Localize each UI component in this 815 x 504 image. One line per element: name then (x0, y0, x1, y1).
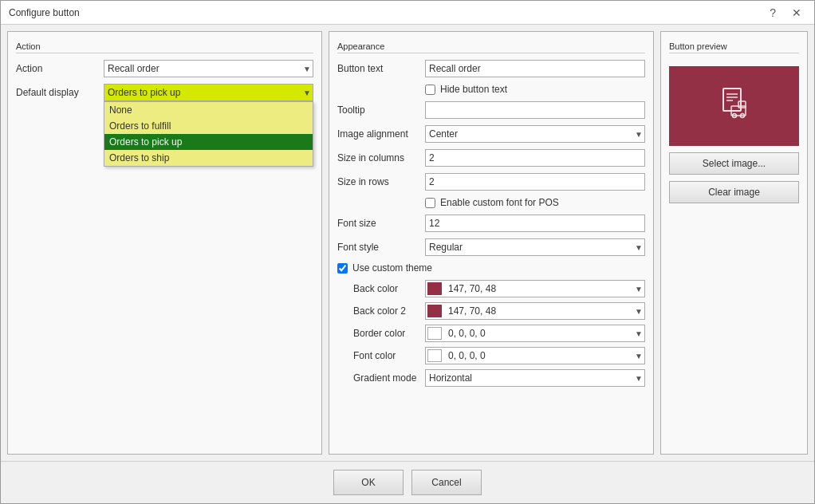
custom-font-label: Enable custom font for POS (440, 197, 559, 208)
button-text-label: Button text (337, 63, 425, 74)
font-style-select[interactable]: Regular Bold Italic Bold Italic (425, 238, 645, 256)
tooltip-row: Tooltip (337, 101, 645, 119)
button-preview-panel: Button preview (660, 31, 808, 455)
button-text-input[interactable] (425, 60, 645, 77)
clear-image-button[interactable]: Clear image (669, 181, 799, 203)
back-color2-select-wrapper: 147, 70, 48 ▼ (425, 302, 645, 320)
back-color2-label: Back color 2 (353, 305, 425, 317)
font-style-row: Font style Regular Bold Italic Bold Ital… (337, 238, 645, 256)
size-columns-row: Size in columns (337, 149, 645, 167)
ok-button[interactable]: OK (333, 470, 404, 495)
close-button[interactable]: ✕ (787, 5, 806, 21)
action-select-wrapper: Recall order ▼ (104, 60, 313, 77)
tooltip-input[interactable] (425, 101, 645, 119)
gradient-mode-row: Gradient mode Horizontal Vertical None ▼ (337, 369, 645, 387)
back-color-select-wrapper: 147, 70, 48 ▼ (425, 280, 645, 297)
action-select[interactable]: Recall order (104, 60, 313, 77)
help-button[interactable]: ? (765, 5, 781, 21)
font-style-select-wrapper: Regular Bold Italic Bold Italic ▼ (425, 238, 645, 256)
dialog-title: Configure button (9, 7, 80, 18)
action-label: Action (16, 63, 104, 74)
default-display-wrapper: Orders to pick up ▼ None Orders to fulfi… (104, 84, 313, 101)
back-color2-select[interactable]: 147, 70, 48 (425, 302, 645, 320)
action-row: Action Recall order ▼ (16, 60, 313, 77)
action-section-title: Action (16, 40, 313, 53)
border-color-select-wrapper: 0, 0, 0, 0 ▼ (425, 325, 645, 342)
dropdown-item-ship[interactable]: Orders to ship (104, 150, 313, 166)
hide-button-text-label: Hide button text (440, 84, 507, 95)
gradient-mode-label: Gradient mode (353, 372, 425, 384)
font-color-label: Font color (353, 350, 425, 361)
dialog-footer: OK Cancel (1, 461, 814, 503)
image-alignment-row: Image alignment Center Left Right ▼ (337, 125, 645, 143)
svg-rect-5 (738, 101, 746, 108)
size-columns-input[interactable] (425, 149, 645, 167)
default-display-row: Default display Orders to pick up ▼ None… (16, 84, 313, 101)
back-color-label: Back color (353, 283, 425, 294)
tooltip-label: Tooltip (337, 104, 425, 116)
back-color-row: Back color 147, 70, 48 ▼ (337, 280, 645, 297)
configure-button-dialog: Configure button ? ✕ Action Action Recal… (0, 0, 815, 504)
default-display-label: Default display (16, 87, 104, 98)
font-color-row: Font color 0, 0, 0, 0 ▼ (337, 347, 645, 364)
font-size-label: Font size (337, 218, 425, 229)
title-bar: Configure button ? ✕ (1, 1, 814, 25)
gradient-mode-select-wrapper: Horizontal Vertical None ▼ (425, 369, 645, 387)
font-size-input[interactable] (425, 215, 645, 232)
button-preview-box (669, 66, 799, 146)
dialog-content: Action Action Recall order ▼ Default dis… (1, 25, 814, 461)
select-image-button[interactable]: Select image... (669, 152, 799, 175)
button-text-row: Button text (337, 60, 645, 77)
font-color-select[interactable]: 0, 0, 0, 0 (425, 347, 645, 364)
border-color-label: Border color (353, 328, 425, 339)
preview-button-icon (715, 84, 754, 129)
preview-section-title: Button preview (669, 40, 799, 53)
order-truck-icon (715, 84, 754, 122)
image-alignment-select-wrapper: Center Left Right ▼ (425, 125, 645, 143)
appearance-section-title: Appearance (337, 40, 645, 53)
hide-button-text-row: Hide button text (337, 84, 645, 95)
dropdown-item-none[interactable]: None (104, 102, 313, 118)
size-rows-row: Size in rows (337, 173, 645, 191)
dropdown-item-pickup[interactable]: Orders to pick up (104, 134, 313, 150)
size-rows-input[interactable] (425, 173, 645, 191)
size-columns-label: Size in columns (337, 152, 425, 163)
custom-font-row: Enable custom font for POS (337, 197, 645, 208)
font-size-row: Font size (337, 215, 645, 232)
border-color-select[interactable]: 0, 0, 0, 0 (425, 325, 645, 342)
custom-theme-row: Use custom theme (337, 262, 645, 274)
default-display-select[interactable]: Orders to pick up (104, 84, 313, 101)
image-alignment-label: Image alignment (337, 128, 425, 140)
dropdown-item-fulfill[interactable]: Orders to fulfill (104, 118, 313, 134)
custom-font-checkbox[interactable] (425, 198, 435, 208)
font-style-label: Font style (337, 242, 425, 253)
custom-theme-label: Use custom theme (352, 262, 432, 274)
border-color-row: Border color 0, 0, 0, 0 ▼ (337, 325, 645, 342)
action-panel: Action Action Recall order ▼ Default dis… (7, 31, 322, 455)
title-bar-buttons: ? ✕ (765, 5, 806, 21)
font-color-select-wrapper: 0, 0, 0, 0 ▼ (425, 347, 645, 364)
back-color2-row: Back color 2 147, 70, 48 ▼ (337, 302, 645, 320)
hide-button-text-checkbox[interactable] (425, 85, 435, 95)
image-alignment-select[interactable]: Center Left Right (425, 125, 645, 143)
size-rows-label: Size in rows (337, 176, 425, 187)
custom-theme-checkbox[interactable] (337, 263, 348, 274)
cancel-button[interactable]: Cancel (411, 470, 482, 495)
default-display-dropdown: None Orders to fulfill Orders to pick up… (104, 101, 313, 167)
back-color-select[interactable]: 147, 70, 48 (425, 280, 645, 297)
appearance-panel: Appearance Button text Hide button text … (329, 31, 654, 455)
gradient-mode-select[interactable]: Horizontal Vertical None (425, 369, 645, 387)
